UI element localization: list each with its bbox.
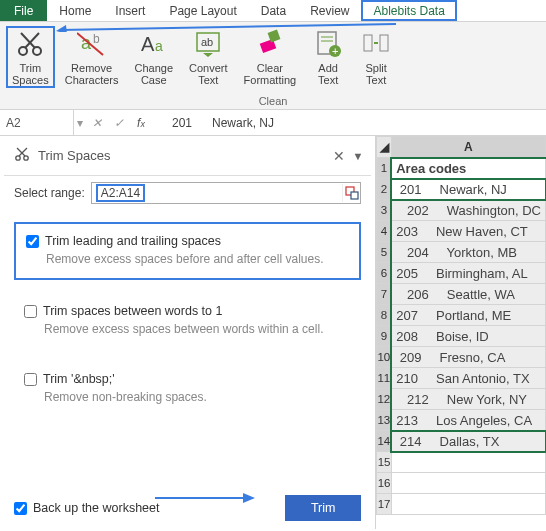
cell-a16[interactable] bbox=[391, 473, 545, 494]
row-header[interactable]: 3 bbox=[377, 200, 391, 221]
row-header[interactable]: 2 bbox=[377, 179, 391, 200]
add-text-button[interactable]: +AddText bbox=[306, 26, 350, 88]
svg-text:ab: ab bbox=[201, 36, 213, 48]
cell-a4[interactable]: 203 New Haven, CT bbox=[391, 221, 545, 242]
remove-chars-icon: ab bbox=[76, 28, 108, 60]
row-header[interactable]: 16 bbox=[377, 473, 391, 494]
cell-a14[interactable]: 214 Dallas, TX bbox=[391, 431, 545, 452]
row-header[interactable]: 13 bbox=[377, 410, 391, 431]
svg-point-24 bbox=[24, 156, 28, 160]
row-header[interactable]: 17 bbox=[377, 494, 391, 515]
row-header[interactable]: 15 bbox=[377, 452, 391, 473]
panel-close-icon[interactable]: ✕ bbox=[333, 148, 345, 164]
svg-point-23 bbox=[16, 156, 20, 160]
spreadsheet-grid[interactable]: ◢ A 1Area codes2 201 Newark, NJ3 202 Was… bbox=[376, 136, 546, 529]
cell-a15[interactable] bbox=[391, 452, 545, 473]
range-picker-icon[interactable] bbox=[342, 184, 360, 202]
svg-text:a: a bbox=[155, 38, 163, 54]
formula-enter-icon: ✓ bbox=[108, 116, 130, 130]
option-trim-nbsp: Trim '&nbsp;' Remove non-breaking spaces… bbox=[14, 362, 361, 416]
formula-bar: A2 ▾ ✕ ✓ fx 201 Newark, NJ bbox=[0, 110, 546, 136]
cell-a13[interactable]: 213 Los Angeles, CA bbox=[391, 410, 545, 431]
row-header[interactable]: 6 bbox=[377, 263, 391, 284]
trim-spaces-button[interactable]: TrimSpaces bbox=[6, 26, 55, 88]
scissors-icon bbox=[14, 28, 46, 60]
trim-spaces-panel: Trim Spaces ✕ ▼ Select range: A2:A14 Tri… bbox=[0, 136, 376, 529]
column-header-a[interactable]: A bbox=[391, 137, 545, 158]
checkbox-trim-leading-trailing[interactable]: Trim leading and trailing spaces bbox=[26, 234, 349, 248]
svg-text:b: b bbox=[93, 32, 100, 46]
row-header[interactable]: 8 bbox=[377, 305, 391, 326]
clear-formatting-button[interactable]: ClearFormatting bbox=[238, 26, 303, 88]
svg-rect-28 bbox=[351, 192, 358, 199]
formula-value[interactable]: 201 Newark, NJ bbox=[152, 116, 546, 130]
file-tab[interactable]: File bbox=[0, 0, 47, 21]
cell-a3[interactable]: 202 Washington, DC bbox=[391, 200, 545, 221]
cell-a2[interactable]: 201 Newark, NJ bbox=[391, 179, 545, 200]
checkbox-trim-between-words[interactable]: Trim spaces between words to 1 bbox=[24, 304, 351, 318]
select-all-corner[interactable]: ◢ bbox=[377, 137, 391, 158]
svg-text:+: + bbox=[332, 45, 338, 57]
svg-rect-20 bbox=[364, 35, 372, 51]
cell-a7[interactable]: 206 Seattle, WA bbox=[391, 284, 545, 305]
cell-a8[interactable]: 207 Portland, ME bbox=[391, 305, 545, 326]
cell-a9[interactable]: 208 Boise, ID bbox=[391, 326, 545, 347]
cell-a5[interactable]: 204 Yorkton, MB bbox=[391, 242, 545, 263]
cell-a17[interactable] bbox=[391, 494, 545, 515]
row-header[interactable]: 11 bbox=[377, 368, 391, 389]
clear-format-icon bbox=[254, 28, 286, 60]
remove-characters-button[interactable]: abRemoveCharacters bbox=[59, 26, 125, 88]
cell-a1[interactable]: Area codes bbox=[391, 158, 545, 179]
change-case-button[interactable]: AaChangeCase bbox=[129, 26, 180, 88]
split-text-button[interactable]: SplitText bbox=[354, 26, 398, 88]
split-text-icon bbox=[360, 28, 392, 60]
svg-marker-30 bbox=[243, 493, 255, 503]
name-box[interactable]: A2 bbox=[0, 110, 74, 135]
row-header[interactable]: 7 bbox=[377, 284, 391, 305]
menu-tab-home[interactable]: Home bbox=[47, 0, 103, 21]
menu-tab-insert[interactable]: Insert bbox=[103, 0, 157, 21]
row-header[interactable]: 14 bbox=[377, 431, 391, 452]
menu-tab-ablebits-data[interactable]: Ablebits Data bbox=[361, 0, 456, 21]
convert-text-button[interactable]: abConvertText bbox=[183, 26, 234, 88]
option-desc: Remove excess spaces before and after ce… bbox=[46, 252, 349, 266]
formula-cancel-icon: ✕ bbox=[86, 116, 108, 130]
range-input[interactable]: A2:A14 bbox=[91, 182, 362, 204]
panel-menu-icon[interactable]: ▼ bbox=[353, 150, 364, 162]
ribbon-group-label: Clean bbox=[0, 95, 546, 107]
cell-a10[interactable]: 209 Fresno, CA bbox=[391, 347, 545, 368]
row-header[interactable]: 12 bbox=[377, 389, 391, 410]
row-header[interactable]: 5 bbox=[377, 242, 391, 263]
annotation-arrow-bottom bbox=[155, 491, 255, 505]
fx-icon[interactable]: fx bbox=[130, 116, 152, 130]
row-header[interactable]: 10 bbox=[377, 347, 391, 368]
checkbox-trim-nbsp[interactable]: Trim '&nbsp;' bbox=[24, 372, 351, 386]
svg-text:A: A bbox=[141, 33, 155, 55]
cell-a12[interactable]: 212 New York, NY bbox=[391, 389, 545, 410]
menu-tab-page-layout[interactable]: Page Layout bbox=[157, 0, 248, 21]
name-box-dropdown-icon[interactable]: ▾ bbox=[74, 116, 86, 130]
checkbox-backup-worksheet[interactable]: Back up the worksheet bbox=[14, 501, 159, 515]
convert-text-icon: ab bbox=[192, 28, 224, 60]
scissors-icon bbox=[14, 146, 30, 165]
cell-a6[interactable]: 205 Birmingham, AL bbox=[391, 263, 545, 284]
trim-button[interactable]: Trim bbox=[285, 495, 362, 521]
option-trim-between-words: Trim spaces between words to 1 Remove ex… bbox=[14, 294, 361, 348]
svg-rect-21 bbox=[380, 35, 388, 51]
option-desc: Remove excess spaces between words withi… bbox=[44, 322, 351, 336]
option-trim-leading-trailing: Trim leading and trailing spaces Remove … bbox=[14, 222, 361, 280]
cell-a11[interactable]: 210 San Antonio, TX bbox=[391, 368, 545, 389]
row-header[interactable]: 9 bbox=[377, 326, 391, 347]
option-desc: Remove non-breaking spaces. bbox=[44, 390, 351, 404]
menu-tab-review[interactable]: Review bbox=[298, 0, 361, 21]
menu-tab-data[interactable]: Data bbox=[249, 0, 298, 21]
row-header[interactable]: 1 bbox=[377, 158, 391, 179]
panel-title: Trim Spaces bbox=[38, 148, 325, 163]
row-header[interactable]: 4 bbox=[377, 221, 391, 242]
change-case-icon: Aa bbox=[138, 28, 170, 60]
add-text-icon: + bbox=[312, 28, 344, 60]
select-range-label: Select range: bbox=[14, 186, 85, 200]
